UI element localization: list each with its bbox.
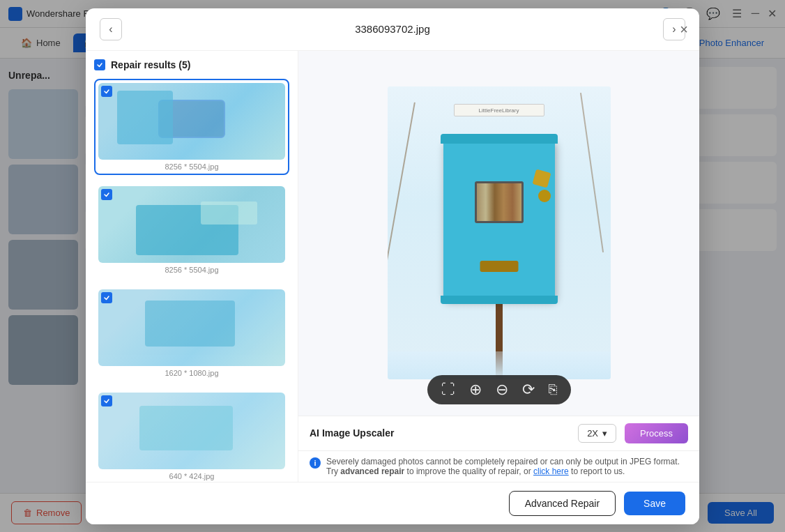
fullscreen-icon[interactable]: ⛶: [441, 381, 455, 397]
thumb-2-image: [98, 186, 285, 263]
warning-text: Severely damaged photos cannot be comple…: [326, 457, 688, 476]
modal-header: ‹ 3386093702.jpg › ×: [86, 8, 699, 51]
preview-panel: LittleFreeLibrary: [298, 51, 699, 482]
thumb-3-checkbox[interactable]: [101, 292, 112, 303]
click-here-link[interactable]: click here: [533, 466, 569, 476]
prev-image-button[interactable]: ‹: [100, 18, 122, 40]
preview-toolbar: ⛶ ⊕ ⊖ ⟳ ⎘: [427, 375, 571, 404]
chevron-left-icon: ‹: [109, 23, 112, 36]
info-icon: i: [310, 457, 321, 469]
advanced-repair-button[interactable]: Advanced Repair: [509, 491, 616, 516]
thumb-1-label: 8256 * 5504.jpg: [98, 162, 285, 171]
repair-thumb-1[interactable]: 8256 * 5504.jpg: [94, 79, 289, 175]
modal-body: Repair results (5): [86, 51, 699, 482]
modal-overlay: ‹ 3386093702.jpg › ×: [0, 0, 785, 532]
thumb-2-label: 8256 * 5504.jpg: [98, 266, 285, 274]
thumb-4-label: 640 * 424.jpg: [98, 472, 285, 480]
thumb-3-image: [98, 289, 285, 366]
modal-filename: 3386093702.jpg: [133, 23, 652, 35]
app-window: Wondershare Repairit 👤 🎧 💬 ☰ ─ ✕ 🏠 Home …: [0, 0, 785, 532]
warning-mid: to improve the quality of repair, or: [404, 466, 533, 476]
process-button[interactable]: Process: [625, 423, 688, 443]
modal-dialog: ‹ 3386093702.jpg › ×: [86, 8, 699, 524]
ai-upscaler-bar: AI Image Upscaler 2X ▾ Process: [298, 416, 699, 450]
warning-post: to report to us.: [569, 466, 625, 476]
zoom-out-icon[interactable]: ⊖: [496, 381, 508, 399]
repair-list-panel: Repair results (5): [86, 51, 298, 482]
warning-bar: i Severely damaged photos cannot be comp…: [298, 450, 699, 482]
thumb-1-image: [98, 83, 285, 160]
save-button[interactable]: Save: [624, 492, 685, 515]
rotate-icon[interactable]: ⟳: [522, 381, 535, 399]
modal-footer: Advanced Repair Save: [86, 482, 699, 524]
thumb-4-image: [98, 393, 285, 469]
repair-results-label: Repair results (5): [111, 59, 190, 70]
thumb-4-checkbox[interactable]: [101, 395, 112, 406]
repair-thumb-2[interactable]: 8256 * 5504.jpg: [94, 182, 289, 278]
thumb-2-checkbox[interactable]: [101, 189, 112, 200]
zoom-in-icon[interactable]: ⊕: [469, 381, 482, 399]
chevron-right-icon: ›: [672, 23, 676, 36]
repair-results-header: Repair results (5): [94, 59, 289, 70]
thumb-1-checkbox[interactable]: [101, 86, 112, 97]
ai-upscaler-label: AI Image Upscaler: [310, 427, 570, 439]
close-modal-button[interactable]: ×: [680, 22, 688, 36]
repair-thumb-3[interactable]: 1620 * 1080.jpg: [94, 285, 289, 381]
repair-thumb-4[interactable]: 640 * 424.jpg: [94, 388, 289, 482]
preview-image: LittleFreeLibrary: [388, 86, 611, 379]
copy-icon[interactable]: ⎘: [549, 381, 557, 397]
scale-select[interactable]: 2X ▾: [578, 424, 616, 443]
preview-area: LittleFreeLibrary: [298, 51, 699, 416]
thumb-3-label: 1620 * 1080.jpg: [98, 369, 285, 377]
warning-bold: advanced repair: [340, 466, 404, 476]
scale-value: 2X: [587, 428, 598, 439]
select-all-checkbox[interactable]: [94, 59, 105, 70]
dropdown-chevron-icon: ▾: [602, 428, 607, 439]
